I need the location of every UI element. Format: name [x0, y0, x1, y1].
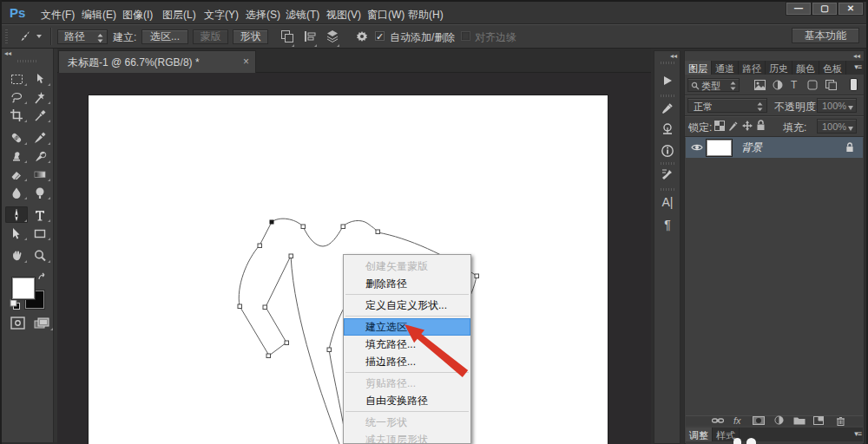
auto-add-delete-checkbox[interactable]: ✓: [375, 31, 385, 41]
info-panel-button[interactable]: [658, 142, 677, 160]
strip-grip[interactable]: [661, 62, 674, 64]
tab-adjustments[interactable]: 调整: [686, 428, 713, 441]
opacity-field[interactable]: 100%: [817, 98, 857, 113]
eyedropper-tool[interactable]: [29, 107, 51, 123]
quick-mask-button[interactable]: [6, 315, 29, 331]
minimize-button[interactable]: —: [786, 2, 812, 16]
eraser-tool[interactable]: [5, 166, 28, 182]
filter-kind-dropdown[interactable]: 类型: [687, 78, 740, 92]
layer-style-fx-icon[interactable]: fx: [733, 415, 741, 426]
menu-select[interactable]: 选择(S): [246, 8, 280, 23]
menu-view[interactable]: 视图(V): [326, 8, 361, 23]
strip-grip[interactable]: [661, 162, 674, 165]
paragraph-panel-button[interactable]: ¶: [658, 216, 677, 233]
layer-name[interactable]: 背景: [741, 140, 762, 155]
tab-channels[interactable]: 通道: [712, 61, 739, 75]
filter-toggle[interactable]: [850, 78, 858, 91]
brush-panel-button[interactable]: [658, 100, 677, 117]
path-operations-button[interactable]: [279, 29, 295, 48]
hand-tool[interactable]: [5, 247, 28, 264]
menu-item-subtract-front-shape[interactable]: 减去顶层形状: [344, 431, 470, 444]
move-tool[interactable]: [29, 70, 51, 87]
crop-tool[interactable]: [5, 107, 28, 123]
document-tab[interactable]: 未标题-1 @ 66.7%(RGB/8) * ×: [58, 50, 256, 73]
new-adjustment-layer-icon[interactable]: [774, 415, 784, 425]
filter-adjustment-layers-icon[interactable]: [773, 80, 783, 90]
rectangular-marquee-tool[interactable]: [5, 70, 28, 87]
menu-file[interactable]: 文件(F): [41, 8, 75, 23]
tool-mode-dropdown[interactable]: 路径: [57, 29, 108, 44]
delete-layer-trash-icon[interactable]: [836, 416, 845, 426]
tab-color[interactable]: 颜色: [792, 61, 819, 75]
collapse-strip-icon[interactable]: ◂◂: [670, 52, 677, 60]
tool-preset-button[interactable]: [16, 27, 45, 46]
align-edges-checkbox[interactable]: [461, 31, 470, 41]
brush-tool[interactable]: [29, 129, 51, 146]
menu-item-define-custom-shape[interactable]: 定义自定义形状...: [344, 297, 470, 314]
menu-filter[interactable]: 滤镜(T): [286, 8, 319, 23]
menu-help[interactable]: 帮助(H): [408, 8, 444, 23]
tools-grip[interactable]: [17, 60, 38, 62]
filter-shape-layers-icon[interactable]: [807, 80, 818, 90]
quick-selection-tool[interactable]: [29, 88, 51, 105]
zoom-tool[interactable]: [29, 247, 51, 264]
filter-pixel-layers-icon[interactable]: [754, 80, 766, 90]
character-panel-button[interactable]: A|: [658, 193, 677, 211]
path-alignment-button[interactable]: [302, 29, 318, 48]
maximize-button[interactable]: ▢: [812, 2, 838, 16]
rectangle-tool[interactable]: [29, 225, 51, 241]
collapse-panels-icon[interactable]: ◂◂: [853, 52, 860, 60]
menu-type[interactable]: 文字(Y): [204, 8, 239, 23]
spot-healing-brush-tool[interactable]: [5, 129, 28, 146]
blend-mode-dropdown[interactable]: 正常: [687, 98, 767, 113]
filter-type-layers-icon[interactable]: T: [791, 79, 797, 91]
add-layer-mask-icon[interactable]: [753, 416, 765, 425]
lock-position-icon[interactable]: [742, 121, 753, 131]
menu-item-create-vector-mask[interactable]: 创建矢量蒙版: [344, 258, 470, 275]
clone-stamp-tool[interactable]: [5, 147, 28, 164]
gear-settings-button[interactable]: [354, 29, 370, 48]
history-brush-tool[interactable]: [29, 147, 51, 164]
lasso-tool[interactable]: [5, 88, 28, 105]
layer-visibility-eye-icon[interactable]: [691, 143, 703, 152]
document-tab-close-icon[interactable]: ×: [243, 56, 249, 68]
lock-transparency-icon[interactable]: [714, 121, 725, 131]
clone-source-panel-button[interactable]: [658, 121, 677, 138]
default-colors-icon[interactable]: [10, 299, 21, 310]
menu-edit[interactable]: 编辑(E): [82, 8, 116, 23]
tab-paths[interactable]: 路径: [739, 61, 766, 75]
tab-layers[interactable]: 图层: [685, 61, 712, 75]
screen-mode-button[interactable]: [30, 315, 54, 331]
menu-item-stroke-path[interactable]: 描边路径...: [344, 353, 470, 370]
tab-swatches[interactable]: 色板: [819, 61, 846, 75]
new-layer-icon[interactable]: [813, 416, 824, 425]
swap-colors-icon[interactable]: [36, 272, 49, 283]
pen-tool[interactable]: [5, 206, 28, 223]
make-shape-button[interactable]: 形状: [233, 29, 268, 44]
strip-grip[interactable]: [661, 95, 674, 97]
close-button[interactable]: ✕: [838, 2, 864, 16]
panel-menu-icon[interactable]: ▾≡: [854, 62, 861, 71]
lock-pixels-icon[interactable]: [728, 121, 739, 131]
workspace-switcher-button[interactable]: 基本功能: [792, 28, 859, 43]
adjustments-panel-menu-icon[interactable]: ▾≡: [854, 429, 861, 438]
layer-row-background[interactable]: 背景: [686, 137, 863, 158]
menu-item-delete-path[interactable]: 删除路径: [344, 275, 470, 292]
menu-item-free-transform-path[interactable]: 自由变换路径: [344, 392, 470, 409]
fill-field[interactable]: 100%: [817, 119, 857, 134]
gradient-tool[interactable]: [29, 166, 51, 182]
strip-grip[interactable]: [661, 188, 674, 191]
collapse-tools-icon[interactable]: ◂◂: [4, 49, 11, 57]
make-selection-button[interactable]: 选区...: [141, 29, 188, 44]
path-selection-tool[interactable]: [5, 225, 28, 241]
link-layers-icon[interactable]: [712, 416, 724, 425]
foreground-color-swatch[interactable]: [12, 278, 35, 299]
new-group-folder-icon[interactable]: [793, 416, 806, 425]
options-bar-grip[interactable]: [5, 29, 8, 44]
menu-item-make-selection[interactable]: 建立选区...: [344, 318, 470, 336]
menu-layer[interactable]: 图层(L): [162, 8, 196, 23]
menu-window[interactable]: 窗口(W): [367, 8, 404, 23]
actions-panel-button[interactable]: [658, 72, 677, 89]
lock-all-icon[interactable]: [756, 120, 766, 131]
type-tool[interactable]: [29, 206, 51, 223]
